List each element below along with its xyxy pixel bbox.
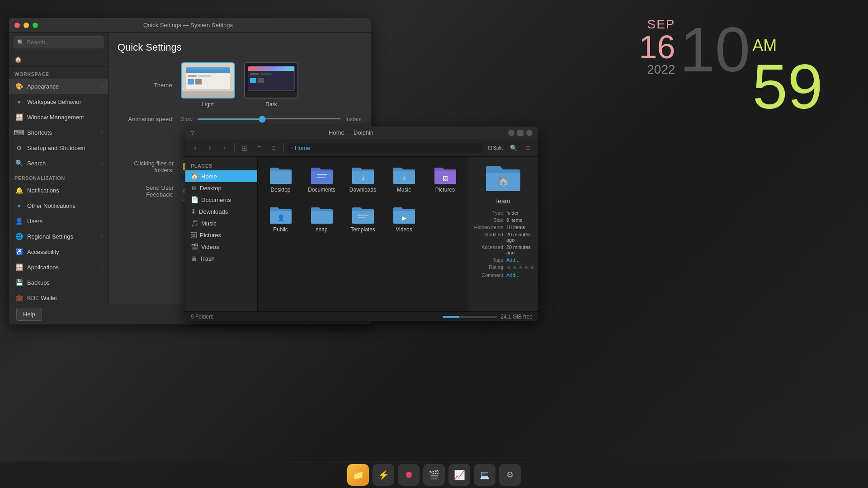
apps-arrow: › — [101, 265, 103, 270]
fm-places-downloads[interactable]: ⬇ Downloads — [185, 206, 257, 217]
fm-close-button[interactable] — [526, 130, 533, 136]
fm-detail-accessed-row: Accessed: 20 minutes ago — [473, 244, 533, 255]
taskbar-item-app6[interactable]: 💻 — [474, 464, 495, 486]
animation-slider[interactable] — [197, 118, 341, 120]
fm-split-icon: ⊟ — [488, 145, 492, 151]
fm-detail-hidden-val: 18 items — [506, 225, 533, 230]
fm-list-view-button[interactable]: ≡ — [253, 141, 265, 154]
sidebar-item-shortcuts[interactable]: ⌨ Shortcuts › — [9, 125, 108, 140]
workspace-behavior-label: Workspace Behavior — [27, 99, 81, 105]
fm-minimize-button[interactable] — [508, 130, 514, 136]
animation-label: Animation speed: — [118, 116, 181, 122]
fm-help-button[interactable]: ? — [191, 129, 194, 136]
fm-storage-free: 24.1 GiB free — [500, 314, 533, 320]
fm-item-pictures[interactable]: 🖼 Pictures — [427, 161, 463, 197]
fm-location-arrow: › — [291, 145, 293, 150]
fm-places-documents[interactable]: 📄 Documents — [185, 194, 257, 206]
theme-label: Theme: — [118, 82, 181, 89]
fm-item-desktop[interactable]: Desktop — [262, 161, 299, 197]
taskbar-item-app5[interactable]: 📈 — [448, 464, 470, 486]
home-button[interactable]: 🏠 — [9, 52, 108, 67]
sidebar-item-search[interactable]: 🔍 Search › — [9, 155, 108, 171]
sidebar-item-other-notifications[interactable]: ● Other Notifications — [9, 198, 108, 213]
fm-location-text: Home — [295, 145, 311, 151]
videos-folder-icon: ▶ — [392, 205, 416, 225]
theme-light-option[interactable]: Light — [181, 62, 235, 108]
sidebar-item-accessibility[interactable]: ♿ Accessibility — [9, 244, 108, 259]
fm-menu-button[interactable]: ☰ — [522, 141, 534, 154]
documents-folder-icon — [310, 165, 334, 185]
fm-detail-rating-stars[interactable]: ★ ★ ★ ★ ★ — [506, 264, 535, 271]
pictures-folder-name: Pictures — [435, 187, 455, 193]
fm-tree-view-button[interactable]: ⊟ — [267, 141, 280, 154]
fm-back-button[interactable]: ‹ — [189, 141, 202, 154]
sidebar-item-notifications[interactable]: 🔔 Notifications — [9, 183, 108, 198]
sidebar-item-regional-settings[interactable]: 🌐 Regional Settings › — [9, 229, 108, 244]
sidebar-item-appearance[interactable]: 🎨 Appearance › — [9, 79, 108, 94]
fm-detail-tags-val[interactable]: Add... — [506, 257, 533, 263]
sidebar-item-workspace-behavior[interactable]: ● Workspace Behavior › — [9, 94, 108, 109]
maximize-button[interactable] — [33, 23, 38, 28]
light-theme-preview — [181, 62, 235, 99]
taskbar-item-app3[interactable]: ⏺ — [398, 464, 420, 486]
shortcuts-label: Shortcuts — [27, 129, 52, 136]
fm-places-videos[interactable]: 🎬 Videos — [185, 241, 257, 253]
fm-up-button[interactable]: ↑ — [218, 141, 231, 154]
fm-item-downloads[interactable]: ↓ Downloads — [344, 161, 381, 197]
fm-places-pictures[interactable]: 🖼 Pictures — [185, 229, 257, 241]
regional-icon: 🌐 — [14, 232, 24, 241]
sidebar-item-kde-wallet[interactable]: 💼 KDE Wallet — [9, 290, 108, 304]
fm-item-templates[interactable]: Templates — [344, 201, 381, 236]
fm-item-documents[interactable]: Documents — [303, 161, 340, 197]
fm-places-trash[interactable]: 🗑 Trash — [185, 253, 257, 264]
fm-detail-comment-val[interactable]: Add... — [506, 272, 533, 278]
fm-item-music[interactable]: ♪ Music — [386, 161, 422, 197]
sidebar-item-applications[interactable]: 🪟 Applications › — [9, 259, 108, 275]
sidebar-item-window-management[interactable]: 🪟 Window Management › — [9, 109, 108, 125]
desktop-folder-name: Desktop — [270, 187, 290, 193]
kde-wallet-icon: 💼 — [14, 293, 24, 302]
sidebar-item-backups[interactable]: 💾 Backups — [9, 275, 108, 290]
fm-item-videos[interactable]: ▶ Videos — [386, 201, 422, 236]
taskbar-item-app7[interactable]: ⚙ — [499, 464, 521, 486]
sidebar-item-users[interactable]: 👤 Users — [9, 213, 108, 229]
help-button[interactable]: Help — [16, 308, 42, 321]
sidebar-item-startup-shutdown[interactable]: ⚙ Startup and Shutdown › — [9, 140, 108, 155]
fm-places-home[interactable]: 🏠 Home — [185, 170, 257, 182]
videos-place-label: Videos — [201, 244, 219, 250]
fm-location-bar[interactable]: › Home — [288, 143, 483, 153]
fm-detail-modified-val: 20 minutes ago — [506, 232, 533, 243]
close-button[interactable] — [14, 23, 20, 28]
window-titlebar: Quick Settings — System Settings — [9, 18, 371, 33]
desktop-place-label: Desktop — [200, 185, 222, 192]
minimize-button[interactable] — [24, 23, 29, 28]
accessibility-label: Accessibility — [27, 249, 59, 255]
fm-item-public[interactable]: 👤 Public — [262, 201, 299, 236]
desktop-folder-icon — [269, 165, 292, 185]
fm-item-snap[interactable]: snap — [303, 201, 340, 236]
taskbar-item-app2[interactable]: ⚡ — [373, 464, 394, 486]
fm-split-button[interactable]: ⊟ Split — [485, 141, 505, 154]
fm-grid-view-button[interactable]: ⊞ — [238, 141, 251, 154]
fm-places-desktop[interactable]: 🖥 Desktop — [185, 182, 257, 194]
search-input[interactable] — [14, 36, 104, 48]
fm-search-button[interactable]: 🔍 — [507, 141, 520, 154]
backups-icon: 💾 — [14, 278, 24, 287]
taskbar-item-app4[interactable]: 🎬 — [423, 464, 445, 486]
window-management-icon: 🪟 — [14, 113, 24, 122]
fm-places-music[interactable]: 🎵 Music — [185, 217, 257, 229]
fm-places-section-label: Places — [185, 161, 257, 170]
home-place-icon: 🏠 — [191, 173, 198, 180]
app6-taskbar-icon: 💻 — [480, 470, 490, 480]
fm-forward-button[interactable]: › — [203, 141, 216, 154]
app3-taskbar-icon: ⏺ — [404, 469, 413, 480]
fm-maximize-button[interactable] — [517, 130, 524, 136]
users-icon: 👤 — [14, 216, 24, 225]
taskbar-item-files[interactable]: 📁 — [347, 464, 369, 486]
public-folder-name: Public — [273, 226, 288, 233]
page-title: Quick Settings — [118, 42, 362, 53]
backups-label: Backups — [27, 279, 50, 286]
documents-place-icon: 📄 — [191, 196, 198, 203]
fm-detail-accessed-val: 20 minutes ago — [506, 244, 533, 255]
theme-dark-option[interactable]: Dark — [244, 62, 298, 108]
